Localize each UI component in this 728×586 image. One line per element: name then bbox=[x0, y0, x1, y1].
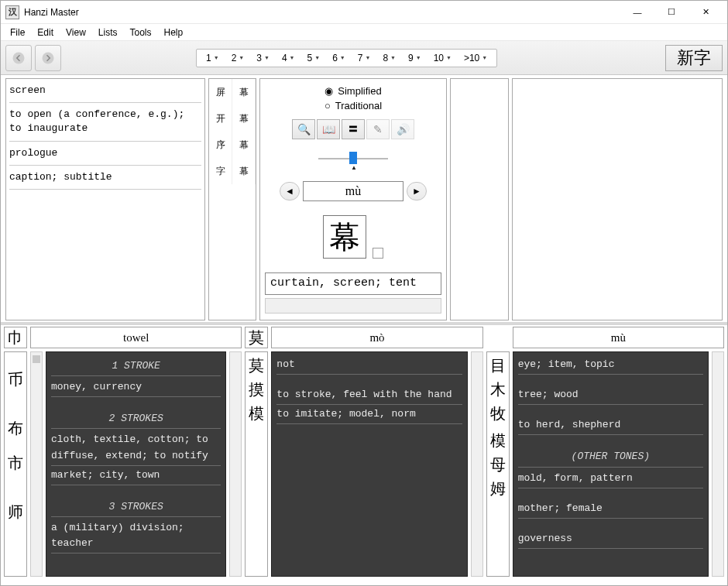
pinyin-next-button[interactable]: ► bbox=[407, 182, 427, 200]
known-checkbox[interactable] bbox=[373, 248, 383, 259]
definition-row[interactable]: to open (a conference, e.g.); to inaugur… bbox=[9, 106, 201, 141]
nav-forward-button[interactable] bbox=[35, 45, 61, 71]
menu-edit[interactable]: Edit bbox=[31, 26, 60, 39]
main-hanzi[interactable]: 幕 bbox=[323, 215, 366, 259]
titlebar: 汉 Hanzi Master — ☐ ✕ bbox=[1, 1, 727, 24]
new-char-button[interactable]: 新字 bbox=[665, 45, 723, 71]
char-cell[interactable]: 师 bbox=[8, 502, 23, 523]
entry-row[interactable]: governess bbox=[518, 529, 703, 549]
entry-row[interactable]: cloth, textile, cotton; to diffuse, exte… bbox=[51, 430, 221, 465]
definition-row[interactable]: screen bbox=[9, 82, 201, 103]
radio-unchecked-icon: ○ bbox=[325, 100, 331, 111]
stroke-2[interactable]: 2▼ bbox=[225, 51, 251, 65]
close-button[interactable]: ✕ bbox=[689, 2, 723, 23]
compound-char[interactable]: 开 bbox=[209, 105, 232, 132]
menu-lists[interactable]: Lists bbox=[92, 26, 124, 39]
entry-row bbox=[518, 519, 703, 529]
entry-row[interactable]: money, currency bbox=[51, 378, 221, 397]
entry-row[interactable]: mold, form, pattern bbox=[518, 469, 703, 488]
compound-char[interactable]: 幕 bbox=[232, 105, 256, 132]
compound-char[interactable]: 屏 bbox=[209, 79, 232, 105]
stroke-3[interactable]: 3▼ bbox=[250, 51, 276, 65]
char-cell[interactable]: 币 bbox=[8, 369, 23, 390]
entry-row[interactable]: a (military) division; teacher bbox=[51, 519, 221, 553]
entry-row[interactable]: tree; wood bbox=[518, 386, 703, 405]
compound-panel: 屏幕 开幕 序幕 字幕 bbox=[208, 78, 256, 320]
phonetic-entries-panel[interactable]: notto stroke, feel with the handto imita… bbox=[271, 351, 467, 577]
char-cell[interactable]: 母 bbox=[490, 454, 506, 475]
pinyin-prev-button[interactable]: ◄ bbox=[280, 182, 300, 200]
search-button[interactable]: 🔍 bbox=[292, 119, 315, 139]
entry-row[interactable]: to imitate; model, norm bbox=[276, 405, 462, 424]
maximize-button[interactable]: ☐ bbox=[654, 2, 689, 23]
menu-help[interactable]: Help bbox=[158, 26, 190, 39]
compound-char[interactable]: 幕 bbox=[232, 132, 256, 158]
scrollbar[interactable] bbox=[229, 351, 242, 577]
stroke-8[interactable]: 8▼ bbox=[376, 51, 402, 65]
scrollbar[interactable] bbox=[471, 351, 483, 577]
entry-row[interactable]: market; city, town bbox=[51, 466, 221, 485]
nav-back-button[interactable] bbox=[5, 45, 32, 71]
phonetic-reading: mò bbox=[271, 327, 482, 348]
char-cell[interactable]: 莫 bbox=[249, 355, 264, 376]
stroke-gt10[interactable]: >10▼ bbox=[458, 51, 493, 65]
compound-char[interactable]: 字 bbox=[209, 158, 232, 184]
scrollbar[interactable] bbox=[712, 351, 724, 577]
char-cell[interactable]: 目 bbox=[490, 355, 506, 376]
stroke-1[interactable]: 1▼ bbox=[200, 51, 225, 65]
right-wide-panel bbox=[512, 78, 723, 320]
lower-region: 巾 towel 币 布 市 师 1 STROKEmoney, currency2… bbox=[1, 325, 727, 580]
char-cell[interactable]: 市 bbox=[8, 453, 23, 474]
app-icon: 汉 bbox=[5, 5, 19, 19]
stroke-7[interactable]: 7▼ bbox=[352, 51, 377, 65]
char-cell[interactable]: 布 bbox=[8, 418, 23, 439]
homophone-section: mù 目 木 牧 模 母 姆 eye; item, topictree; woo… bbox=[486, 327, 724, 577]
stroke-5[interactable]: 5▼ bbox=[301, 51, 327, 65]
char-cell[interactable]: 姆 bbox=[490, 478, 506, 499]
components-icon: 〓 bbox=[348, 122, 359, 136]
search-icon: 🔍 bbox=[297, 123, 311, 135]
center-panel: ◉ Simplified ○ Traditional 🔍 📖 〓 ✎ 🔊 ▲ ◄… bbox=[259, 78, 447, 320]
frequency-slider[interactable]: ▲ bbox=[318, 150, 388, 167]
script-simplified-radio[interactable]: ◉ Simplified bbox=[325, 85, 381, 97]
char-cell[interactable]: 木 bbox=[490, 379, 506, 400]
char-cell[interactable]: 牧 bbox=[490, 403, 506, 424]
menu-tools[interactable]: Tools bbox=[124, 26, 158, 39]
audio-button[interactable]: 🔊 bbox=[391, 119, 414, 139]
definition-row[interactable]: prologue bbox=[9, 145, 201, 166]
entry-row[interactable]: eye; item, topic bbox=[518, 355, 703, 375]
char-cell[interactable]: 模 bbox=[490, 430, 506, 451]
radical-label[interactable]: 巾 bbox=[4, 327, 27, 348]
script-traditional-radio[interactable]: ○ Traditional bbox=[325, 100, 382, 111]
dictionary-button[interactable]: 📖 bbox=[317, 119, 340, 139]
minimize-button[interactable]: — bbox=[620, 2, 654, 23]
phonetic-label[interactable]: 莫 bbox=[245, 327, 268, 348]
definitions-panel[interactable]: screen to open (a conference, e.g.); to … bbox=[5, 78, 205, 320]
definition-row[interactable]: caption; subtitle bbox=[9, 169, 201, 190]
stroke-6[interactable]: 6▼ bbox=[326, 51, 352, 65]
stroke-count-strip: 1▼ 2▼ 3▼ 4▼ 5▼ 6▼ 7▼ 8▼ 9▼ 10▼ >10▼ bbox=[196, 49, 497, 67]
entry-row[interactable]: to stroke, feel with the hand bbox=[276, 386, 462, 405]
radical-entries-panel[interactable]: 1 STROKEmoney, currency2 STROKEScloth, t… bbox=[46, 351, 226, 577]
char-cell[interactable]: 摸 bbox=[249, 379, 264, 400]
compound-char[interactable]: 幕 bbox=[232, 79, 256, 105]
compound-char[interactable]: 幕 bbox=[232, 158, 256, 184]
radio-checked-icon: ◉ bbox=[325, 85, 333, 97]
components-button[interactable]: 〓 bbox=[342, 119, 365, 139]
entry-row[interactable]: not bbox=[276, 355, 462, 375]
menu-view[interactable]: View bbox=[60, 26, 92, 39]
homophone-entries-panel[interactable]: eye; item, topictree; woodto herd, sheph… bbox=[513, 351, 709, 577]
stroke-4[interactable]: 4▼ bbox=[276, 51, 301, 65]
brush-button[interactable]: ✎ bbox=[366, 119, 390, 139]
char-cell[interactable]: 模 bbox=[249, 403, 264, 424]
chevron-left-icon: ◄ bbox=[285, 186, 294, 197]
compound-char[interactable]: 序 bbox=[209, 132, 232, 158]
stroke-10[interactable]: 10▼ bbox=[428, 51, 458, 65]
menu-file[interactable]: File bbox=[4, 26, 31, 39]
entry-row[interactable]: mother; female bbox=[518, 499, 703, 519]
scrollbar[interactable] bbox=[30, 351, 43, 577]
stroke-9[interactable]: 9▼ bbox=[402, 51, 428, 65]
phonetic-section: 莫 mò 莫 摸 模 notto stroke, feel with the h… bbox=[245, 327, 482, 577]
entry-row bbox=[518, 405, 703, 416]
entry-row[interactable]: to herd, shepherd bbox=[518, 416, 703, 435]
